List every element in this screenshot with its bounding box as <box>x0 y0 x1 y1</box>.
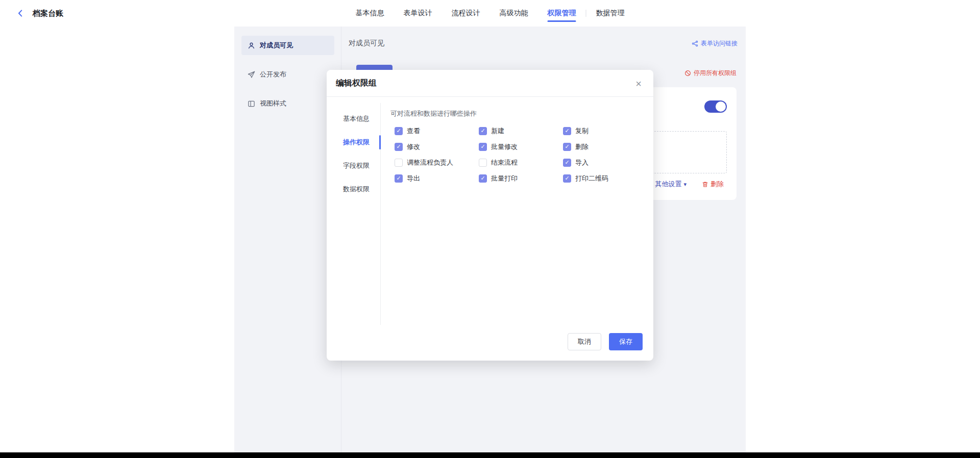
check-icon: ✓ <box>480 175 485 181</box>
checkbox[interactable]: ✓ <box>479 159 487 167</box>
permission-batch-edit[interactable]: ✓ 批量修改 <box>479 139 563 155</box>
modal-header: 编辑权限组 × <box>327 70 653 97</box>
permission-end-flow[interactable]: ✓ 结束流程 <box>479 155 563 170</box>
checkbox[interactable]: ✓ <box>479 143 487 151</box>
cancel-button[interactable]: 取消 <box>568 333 601 350</box>
check-icon: ✓ <box>565 160 569 165</box>
permission-label: 查看 <box>407 126 420 136</box>
modal-tab-label: 操作权限 <box>343 138 370 147</box>
sidebar-item-label: 公开发布 <box>260 70 286 79</box>
tab-label: 流程设计 <box>452 9 480 18</box>
bottom-bar <box>0 452 980 458</box>
share-icon <box>692 40 698 47</box>
modal-tab-field-permission[interactable]: 字段权限 <box>343 160 370 172</box>
other-settings-label: 其他设置 <box>655 180 681 189</box>
sidebar-item-view-style[interactable]: 视图样式 <box>241 94 334 113</box>
checkbox[interactable]: ✓ <box>563 159 571 167</box>
tab-data[interactable]: 数据管理 <box>596 0 625 27</box>
settings-sidebar: 对成员可见 公开发布 视图样式 <box>234 27 341 453</box>
permission-batch-print[interactable]: ✓ 批量打印 <box>479 170 563 186</box>
tab-permission[interactable]: 权限管理 <box>548 0 576 27</box>
tab-label: 数据管理 <box>596 9 625 18</box>
ban-icon <box>684 70 691 77</box>
top-bar: 档案台账 基本信息 表单设计 流程设计 高级功能 权限管理 数据管理 <box>0 0 980 27</box>
check-icon: ✓ <box>480 128 485 134</box>
permission-grid: ✓ 查看 ✓ 新建 ✓ 复制 ✓ 修改 ✓ 批量修改 ✓ 删除 <box>395 123 643 186</box>
permission-label: 结束流程 <box>491 158 518 167</box>
check-icon: ✓ <box>396 144 401 149</box>
modal-title: 编辑权限组 <box>336 70 377 97</box>
tab-basic-info[interactable]: 基本信息 <box>356 0 384 27</box>
checkbox[interactable]: ✓ <box>395 174 403 183</box>
tab-label: 基本信息 <box>356 9 384 18</box>
permission-delete[interactable]: ✓ 删除 <box>563 139 643 155</box>
modal-tab-label: 字段权限 <box>343 161 370 170</box>
tab-flow-design[interactable]: 流程设计 <box>452 0 480 27</box>
layout-icon <box>248 100 255 108</box>
form-access-link-label: 表单访问链接 <box>701 39 738 48</box>
tab-label: 权限管理 <box>548 9 576 18</box>
sidebar-item-member-visible[interactable]: 对成员可见 <box>241 36 334 55</box>
trash-icon <box>702 181 708 188</box>
sidebar-item-label: 对成员可见 <box>260 41 293 50</box>
tab-form-design[interactable]: 表单设计 <box>404 0 432 27</box>
check-icon: ✓ <box>396 175 401 181</box>
tab-advanced[interactable]: 高级功能 <box>500 0 528 27</box>
modal-tab-label: 数据权限 <box>343 185 370 194</box>
group-enabled-toggle[interactable] <box>704 100 727 113</box>
permission-label: 调整流程负责人 <box>407 158 453 167</box>
section-title: 对成员可见 <box>349 39 384 48</box>
permission-export[interactable]: ✓ 导出 <box>395 170 479 186</box>
checkbox[interactable]: ✓ <box>563 174 571 183</box>
check-icon: ✓ <box>480 144 485 149</box>
permission-import[interactable]: ✓ 导入 <box>563 155 643 170</box>
modal-tab-operation-permission[interactable]: 操作权限 <box>343 136 370 148</box>
sidebar-item-label: 视图样式 <box>260 99 286 108</box>
permission-label: 删除 <box>575 142 589 151</box>
operations-hint: 可对流程和数据进行哪些操作 <box>390 109 477 118</box>
checkbox[interactable]: ✓ <box>395 127 403 135</box>
chevron-left-icon <box>16 9 25 18</box>
form-access-link[interactable]: 表单访问链接 <box>692 39 738 48</box>
disable-all-groups-link[interactable]: 停用所有权限组 <box>684 69 737 78</box>
save-button[interactable]: 保存 <box>609 333 643 350</box>
back-button[interactable] <box>14 7 27 19</box>
check-icon: ✓ <box>565 128 569 134</box>
permission-label: 新建 <box>491 126 504 136</box>
permission-label: 批量修改 <box>491 142 518 151</box>
permission-copy[interactable]: ✓ 复制 <box>563 123 643 139</box>
permission-adjust-flow-owner[interactable]: ✓ 调整流程负责人 <box>395 155 479 170</box>
permission-label: 导出 <box>407 174 420 183</box>
permission-create[interactable]: ✓ 新建 <box>479 123 563 139</box>
permission-label: 修改 <box>407 142 420 151</box>
permission-edit[interactable]: ✓ 修改 <box>395 139 479 155</box>
permission-label: 批量打印 <box>491 174 518 183</box>
edit-permission-group-modal: 编辑权限组 × 基本信息 操作权限 字段权限 数据权限 可对流程和数据进行哪些操… <box>327 70 653 361</box>
page-title: 档案台账 <box>33 0 63 27</box>
checkbox[interactable]: ✓ <box>395 143 403 151</box>
caret-down-icon: ▾ <box>683 182 687 187</box>
delete-group-link[interactable]: 删除 <box>702 180 724 189</box>
permission-label: 导入 <box>575 158 589 167</box>
check-icon: ✓ <box>396 128 401 134</box>
tab-label: 高级功能 <box>500 9 528 18</box>
check-icon: ✓ <box>565 175 569 181</box>
toggle-knob <box>716 101 726 112</box>
close-icon[interactable]: × <box>632 77 645 90</box>
delete-group-label: 删除 <box>710 180 724 189</box>
paper-plane-icon <box>248 71 255 79</box>
checkbox[interactable]: ✓ <box>563 127 571 135</box>
modal-tab-data-permission[interactable]: 数据权限 <box>343 183 370 195</box>
sidebar-item-public-publish[interactable]: 公开发布 <box>241 65 334 84</box>
checkbox[interactable]: ✓ <box>479 174 487 183</box>
other-settings-link[interactable]: 其他设置 ▾ <box>655 180 687 189</box>
page: 档案台账 基本信息 表单设计 流程设计 高级功能 权限管理 数据管理 对成员可见 <box>0 0 980 458</box>
permission-view[interactable]: ✓ 查看 <box>395 123 479 139</box>
modal-tab-basic-info[interactable]: 基本信息 <box>343 113 370 125</box>
modal-tab-label: 基本信息 <box>343 114 370 123</box>
checkbox[interactable]: ✓ <box>563 143 571 151</box>
permission-print-qrcode[interactable]: ✓ 打印二维码 <box>563 170 643 186</box>
main-nav: 基本信息 表单设计 流程设计 高级功能 权限管理 数据管理 <box>346 0 634 27</box>
checkbox[interactable]: ✓ <box>395 159 403 167</box>
checkbox[interactable]: ✓ <box>479 127 487 135</box>
